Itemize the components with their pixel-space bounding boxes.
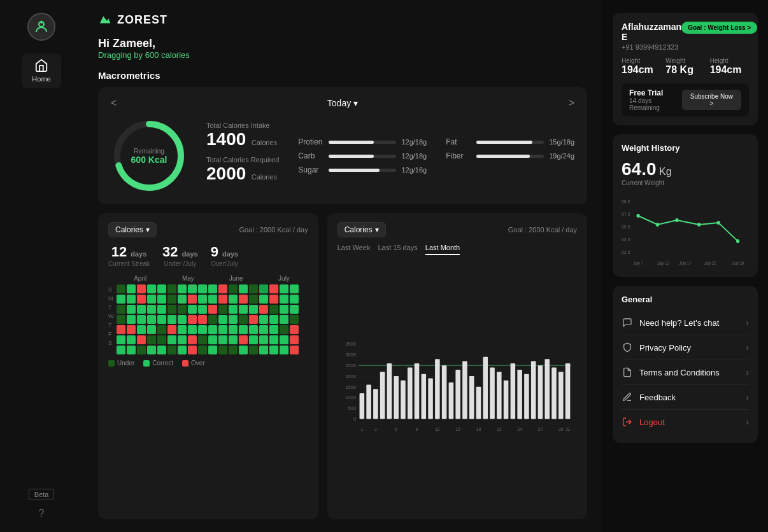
bar-goal-text: Goal : 2000 Kcal / day xyxy=(508,226,577,234)
cal-cell xyxy=(137,284,146,293)
cal-cell xyxy=(127,325,136,334)
cal-cell xyxy=(229,335,238,344)
weight-number: 64.0 xyxy=(622,159,657,179)
tab-last-15-days[interactable]: Last 15 days xyxy=(378,244,417,255)
calendar-grid: S M T W T F S AprilMayJuneJuly xyxy=(108,275,308,354)
cal-cell xyxy=(137,295,146,304)
streak-row: 12 days Current Streak 32 days Under /Ju… xyxy=(108,244,308,267)
cal-cell xyxy=(239,335,248,344)
cal-cell xyxy=(269,305,278,314)
prev-day-button[interactable]: < xyxy=(111,97,117,109)
svg-text:500: 500 xyxy=(348,405,356,411)
sidebar-item-home[interactable]: Home xyxy=(22,53,60,88)
profile-card: Aflahuzzaman E +91 93994912323 Goal : We… xyxy=(613,13,758,125)
cal-cell xyxy=(269,335,278,344)
cal-cell xyxy=(137,346,146,354)
calories-dropdown-cal[interactable]: Calories ▾ xyxy=(108,222,157,237)
cal-cell xyxy=(188,305,197,314)
current-weight: 64.0 Kg xyxy=(622,159,749,179)
cal-cell xyxy=(188,346,197,354)
stat-item: Weight78 Kg xyxy=(665,57,704,76)
bar xyxy=(441,365,446,419)
main-content: ZOREST Hi Zameel, Dragging by 600 calori… xyxy=(83,0,602,532)
required-number: 2000 xyxy=(206,164,246,183)
cal-cell xyxy=(229,325,238,334)
trial-label: Free Trial xyxy=(629,88,682,97)
cal-cell xyxy=(167,335,176,344)
weight-chart-area: 68.5 67.0 65.5 64.0 62.5 July 7 July 12 … xyxy=(622,192,749,268)
macro-bar-track xyxy=(329,155,396,158)
bar xyxy=(517,370,522,419)
svg-point-52 xyxy=(717,221,720,225)
general-item-logout[interactable]: Logout › xyxy=(622,410,749,434)
greeting-title: Hi Zameel, xyxy=(98,37,587,50)
weight-sublabel: Current Weight xyxy=(622,179,749,186)
bar-card-header: Calories ▾ Goal : 2000 Kcal / day xyxy=(338,222,577,237)
general-item-terms[interactable]: Terms and Conditions › xyxy=(622,360,749,385)
cal-cell xyxy=(208,295,217,304)
next-day-button[interactable]: > xyxy=(569,97,574,109)
cal-cell xyxy=(269,284,278,293)
cal-cell xyxy=(127,346,136,354)
cal-cell xyxy=(147,295,156,304)
cal-cell xyxy=(178,346,187,354)
cal-legend: UnderCorrectOver xyxy=(108,360,308,367)
cal-cell xyxy=(259,305,268,314)
calories-dropdown-bar[interactable]: Calories ▾ xyxy=(338,222,386,237)
cal-cell xyxy=(249,335,258,344)
legend-item: Over xyxy=(182,360,205,367)
cal-cell xyxy=(147,325,156,334)
svg-point-53 xyxy=(736,239,739,243)
tab-last-week[interactable]: Last Week xyxy=(338,244,371,255)
cal-cell xyxy=(218,315,227,324)
cal-cell xyxy=(198,335,207,344)
cal-cell xyxy=(269,346,278,354)
cal-cell xyxy=(208,335,217,344)
general-item-feedback[interactable]: Feedback › xyxy=(622,385,749,410)
svg-text:2500: 2500 xyxy=(345,363,356,368)
cal-cell xyxy=(188,325,197,334)
cal-cell xyxy=(259,295,268,304)
help-icon[interactable]: ? xyxy=(39,508,45,519)
cal-cell xyxy=(280,284,288,293)
greeting: Hi Zameel, Dragging by 600 calories xyxy=(98,37,587,60)
goal-button[interactable]: Goal : Weight Loss > xyxy=(681,22,757,34)
general-item-help[interactable]: Need help? Let's chat › xyxy=(622,311,749,335)
circle-text: Remaining 600 Kcal xyxy=(131,148,167,165)
general-item-privacy[interactable]: Privacy Policy › xyxy=(622,335,749,360)
profile-phone: +91 93994912323 xyxy=(622,43,681,51)
stat-item: Height194cm xyxy=(622,57,660,76)
cal-cell xyxy=(229,315,238,324)
svg-text:July 29: July 29 xyxy=(732,261,744,267)
trial-days: 14 days Remaining xyxy=(629,97,682,111)
beta-badge: Beta xyxy=(29,489,55,500)
today-button[interactable]: Today ▾ xyxy=(327,98,358,108)
cal-cell xyxy=(259,335,268,344)
cal-cell xyxy=(167,295,176,304)
cal-cell xyxy=(290,305,299,314)
cal-cell xyxy=(167,305,176,314)
bar xyxy=(497,372,502,419)
svg-text:July 22: July 22 xyxy=(704,261,717,267)
cal-cell xyxy=(127,295,136,304)
legend-item: Correct xyxy=(143,360,173,367)
cal-cell xyxy=(218,346,227,354)
bar xyxy=(537,365,543,419)
bar xyxy=(510,363,515,419)
cal-cell xyxy=(259,315,268,324)
avatar[interactable] xyxy=(27,13,55,41)
tab-last-month[interactable]: Last Month xyxy=(425,244,460,255)
cal-cell xyxy=(208,325,217,334)
cal-cell xyxy=(178,284,187,293)
macro-row: Fiber 19g/24g xyxy=(446,151,574,160)
cal-cell xyxy=(239,284,248,293)
chevron-right-icon: › xyxy=(746,417,749,427)
cal-cell xyxy=(188,284,197,293)
bar xyxy=(359,393,364,419)
subscribe-button[interactable]: Subscribe Now > xyxy=(682,90,741,110)
calories-info: Total Calories Intake 1400 Calories Tota… xyxy=(206,122,279,190)
cal-card-header: Calories ▾ Goal : 2000 Kcal / day xyxy=(108,222,308,237)
cal-cell xyxy=(188,295,197,304)
legend-item: Under xyxy=(108,360,134,367)
mountain-icon xyxy=(98,13,112,27)
